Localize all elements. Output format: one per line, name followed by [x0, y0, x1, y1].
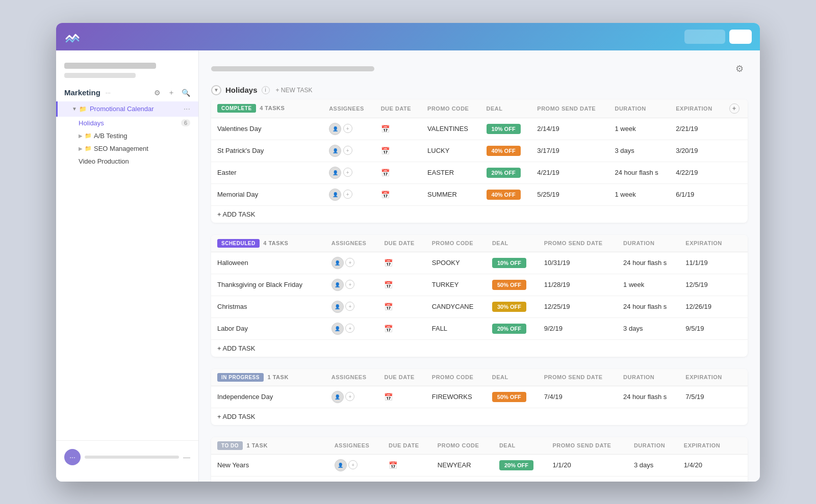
col-scheduled-header: SCHEDULED 4 TASKS — [211, 235, 325, 252]
sidebar-item-holidays[interactable]: Holidays 6 — [56, 117, 198, 129]
avatar: 👤 — [329, 145, 341, 157]
task-promo-code-cell: FALL — [426, 317, 486, 339]
content-settings-icon[interactable]: ⚙ — [731, 61, 748, 77]
search-button[interactable] — [684, 30, 725, 44]
task-expiration-cell: 3/20/19 — [670, 140, 723, 162]
folder-icon: 📁 — [79, 105, 87, 113]
task-deal-cell: 40% OFF — [480, 183, 531, 205]
add-assignee-button[interactable]: + — [345, 392, 354, 401]
task-due-date-cell: 📅 — [378, 386, 425, 408]
add-task-cell[interactable]: + ADD TASK — [211, 476, 748, 482]
task-expiration-cell: 12/26/19 — [679, 296, 734, 317]
add-task-row[interactable]: + ADD TASK — [211, 476, 748, 482]
add-assignee-button[interactable]: + — [345, 324, 354, 333]
sidebar-item-promotional-calendar[interactable]: ▼ 📁 Promotional Calendar ··· — [56, 101, 198, 117]
chat-bubble[interactable]: ··· — [64, 449, 81, 465]
table-row[interactable]: St Patrick's Day 👤 + 📅 LUCKY 40% OFF 3/1… — [211, 140, 748, 162]
task-duration-cell: 24 hour flash s — [617, 296, 679, 317]
add-assignee-button[interactable]: + — [343, 124, 352, 133]
task-assignees-cell: 👤 + — [325, 296, 378, 317]
task-assignees-cell: 👤 + — [325, 317, 378, 339]
sidebar-gear-icon[interactable]: ⚙ — [152, 88, 162, 97]
table-row[interactable]: Labor Day 👤 + 📅 FALL 20% OFF 9/2/19 3 da… — [211, 317, 748, 339]
add-task-row[interactable]: + ADD TASK — [211, 205, 748, 223]
task-promo-send-date-cell: 5/25/19 — [531, 183, 608, 205]
table-row[interactable]: Halloween 👤 + 📅 SPOOKY 10% OFF 10/31/19 … — [211, 252, 748, 274]
upgrade-button[interactable] — [729, 30, 752, 44]
calendar-icon: 📅 — [384, 393, 393, 401]
add-task-row[interactable]: + ADD TASK — [211, 339, 748, 357]
add-assignee-button[interactable]: + — [343, 168, 352, 177]
table-row[interactable]: Christmas 👤 + 📅 CANDYCANE 30% OFF 12/25/… — [211, 296, 748, 317]
complete-status-badge: COMPLETE — [217, 104, 256, 113]
add-assignee-button[interactable]: + — [345, 280, 354, 289]
col-duration-header: DURATION — [617, 235, 679, 252]
task-extra-cell — [723, 118, 748, 140]
avatar: 👤 — [332, 257, 344, 269]
add-task-link-holidays[interactable]: + NEW TASK — [276, 87, 313, 94]
task-due-date-cell: 📅 — [375, 140, 421, 162]
task-name-cell: Valentines Day — [211, 118, 323, 140]
add-assignee-button[interactable]: + — [345, 258, 354, 267]
chevron-down-icon: ▼ — [72, 106, 77, 112]
todo-table: TO DO 1 TASK ASSIGNEES DUE DATE PROMO CO… — [211, 437, 748, 482]
add-column-button[interactable]: + — [729, 103, 740, 114]
task-deal-cell: 50% OFF — [486, 386, 538, 408]
sidebar-search-icon[interactable]: 🔍 — [181, 88, 190, 97]
task-promo-send-date-cell: 4/21/19 — [531, 162, 608, 183]
task-duration-cell: 24 hour flash s — [608, 162, 670, 183]
add-task-row[interactable]: + ADD TASK — [211, 408, 748, 425]
task-extra-cell — [723, 140, 748, 162]
add-task-cell[interactable]: + ADD TASK — [211, 408, 748, 425]
top-bar-actions — [684, 30, 752, 44]
deal-badge: 20% OFF — [487, 168, 521, 178]
main-layout: Marketing ··· ⚙ ＋ 🔍 ▼ 📁 Promotional Cale… — [56, 50, 760, 482]
more-icon[interactable]: ··· — [184, 104, 190, 114]
task-due-date-cell: 📅 — [375, 183, 421, 205]
col-promo-send-date-header: PROMO SEND DATE — [538, 235, 617, 252]
info-icon[interactable]: i — [262, 86, 270, 94]
add-assignee-button[interactable]: + — [345, 302, 354, 311]
col-deal-header: DEAL — [486, 369, 538, 386]
table-row[interactable]: Memorial Day 👤 + 📅 SUMMER 40% OFF 5/25/1… — [211, 183, 748, 205]
add-assignee-button[interactable]: + — [343, 146, 352, 155]
sidebar-bottom: ··· — — [56, 440, 198, 473]
app-logo — [64, 29, 81, 45]
avatar: 👤 — [329, 189, 341, 201]
sidebar-item-ab-testing[interactable]: ▶ 📁 A/B Testing — [56, 129, 198, 142]
task-name-cell: Independence Day — [211, 386, 325, 408]
task-due-date-cell: 📅 — [378, 274, 425, 296]
add-assignee-button[interactable]: + — [348, 460, 358, 469]
collapse-holidays-button[interactable]: ▼ — [211, 85, 221, 95]
table-row[interactable]: Easter 👤 + 📅 EASTER 20% OFF 4/21/19 24 h… — [211, 162, 748, 183]
add-task-cell[interactable]: + ADD TASK — [211, 205, 748, 223]
add-task-cell[interactable]: + ADD TASK — [211, 339, 748, 357]
task-promo-send-date-cell: 9/2/19 — [538, 317, 617, 339]
sidebar-item-seo-management[interactable]: ▶ 📁 SEO Management — [56, 142, 198, 155]
col-deal-header: DEAL — [480, 99, 531, 118]
table-row[interactable]: Valentines Day 👤 + 📅 VALENTINES 10% OFF … — [211, 118, 748, 140]
top-bar — [56, 23, 760, 50]
add-assignee-button[interactable]: + — [343, 190, 352, 199]
task-extra-cell — [734, 274, 748, 296]
task-extra-cell — [733, 454, 748, 476]
calendar-icon: 📅 — [384, 325, 393, 333]
task-extra-cell — [734, 317, 748, 339]
table-row[interactable]: New Years 👤 + 📅 NEWYEAR 20% OFF 1/1/20 3… — [211, 454, 748, 476]
content-header: ⚙ — [211, 61, 748, 77]
task-promo-code-cell: VALENTINES — [421, 118, 480, 140]
table-header-row: IN PROGRESS 1 TASK ASSIGNEES DUE DATE PR… — [211, 369, 748, 386]
col-duration-header: DURATION — [617, 369, 679, 386]
sidebar-item-label: Promotional Calendar — [90, 105, 182, 113]
task-promo-code-cell: SPOOKY — [426, 252, 486, 274]
sidebar-item-video-production[interactable]: Video Production — [56, 155, 198, 168]
scheduled-task-count: 4 TASKS — [263, 240, 288, 246]
task-name-cell: Thanksgiving or Black Friday — [211, 274, 325, 296]
table-row[interactable]: Thanksgiving or Black Friday 👤 + 📅 TURKE… — [211, 274, 748, 296]
avatar: 👤 — [332, 391, 344, 403]
table-header-row: TO DO 1 TASK ASSIGNEES DUE DATE PROMO CO… — [211, 437, 748, 455]
avatar: 👤 — [332, 323, 344, 335]
table-row[interactable]: Independence Day 👤 + 📅 FIREWORKS 50% OFF… — [211, 386, 748, 408]
col-duration-header: DURATION — [608, 99, 670, 118]
sidebar-add-icon[interactable]: ＋ — [167, 88, 176, 97]
